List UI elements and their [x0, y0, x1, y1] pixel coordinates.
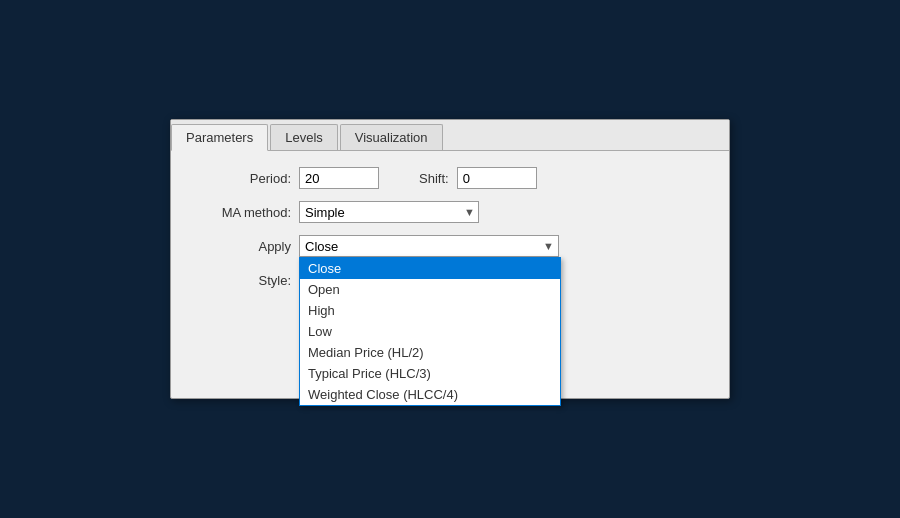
- apply-select-trigger[interactable]: Close ▼: [299, 235, 559, 257]
- ma-method-label: MA method:: [191, 205, 291, 220]
- shift-label: Shift:: [419, 171, 449, 186]
- dropdown-item-open[interactable]: Open: [300, 279, 560, 300]
- apply-row: Apply Close ▼ Close Open High Low Median…: [191, 235, 709, 257]
- dropdown-item-close[interactable]: Close: [300, 258, 560, 279]
- parameters-tab-content: Period: Shift: MA method: Simple Exponen…: [171, 151, 729, 334]
- apply-label: Apply: [191, 239, 291, 254]
- shift-group: Shift:: [419, 167, 537, 189]
- tab-parameters[interactable]: Parameters: [171, 124, 268, 151]
- apply-arrow-icon: ▼: [543, 240, 554, 252]
- dropdown-item-median[interactable]: Median Price (HL/2): [300, 342, 560, 363]
- period-label: Period:: [191, 171, 291, 186]
- tab-visualization[interactable]: Visualization: [340, 124, 443, 150]
- tab-bar: Parameters Levels Visualization: [171, 120, 729, 151]
- ma-method-select-wrapper: Simple Exponential Smoothed Linear Weigh…: [299, 201, 479, 223]
- ma-method-row: MA method: Simple Exponential Smoothed L…: [191, 201, 709, 223]
- dropdown-item-low[interactable]: Low: [300, 321, 560, 342]
- tab-levels[interactable]: Levels: [270, 124, 338, 150]
- shift-input[interactable]: [457, 167, 537, 189]
- dropdown-item-weighted[interactable]: Weighted Close (HLCC/4): [300, 384, 560, 405]
- apply-selected-value: Close: [305, 239, 338, 254]
- period-input[interactable]: [299, 167, 379, 189]
- period-row: Period: Shift:: [191, 167, 709, 189]
- ma-method-select[interactable]: Simple Exponential Smoothed Linear Weigh…: [299, 201, 479, 223]
- dialog-window: Parameters Levels Visualization Period: …: [170, 119, 730, 399]
- dropdown-item-typical[interactable]: Typical Price (HLC/3): [300, 363, 560, 384]
- style-label: Style:: [191, 273, 291, 288]
- dropdown-item-high[interactable]: High: [300, 300, 560, 321]
- apply-dropdown-list: Close Open High Low Median Price (HL/2) …: [299, 257, 561, 406]
